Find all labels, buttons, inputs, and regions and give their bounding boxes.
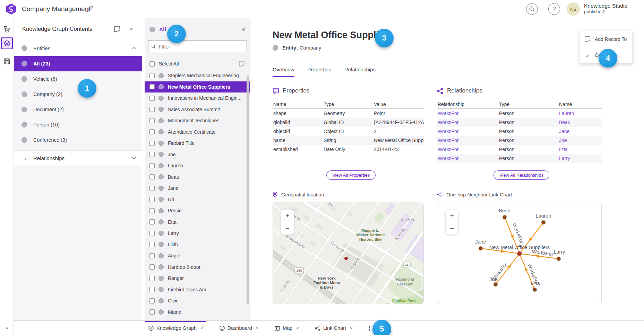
item-checkbox[interactable] <box>149 174 155 179</box>
entity-type-item[interactable]: Person (10) <box>14 117 142 132</box>
record-link[interactable]: Larry <box>558 156 602 161</box>
save-icon[interactable] <box>1 55 13 67</box>
select-all-checkbox[interactable] <box>149 61 155 67</box>
list-item[interactable]: Lilith <box>145 239 250 250</box>
entity-type-item[interactable]: Vehicle (6) <box>14 71 142 87</box>
item-checkbox[interactable] <box>149 309 155 315</box>
item-checkbox[interactable] <box>149 298 155 303</box>
data-model-icon[interactable] <box>1 23 13 35</box>
table-row[interactable]: WorksForPersonLarry <box>437 154 602 163</box>
relationships-group-header[interactable]: → Relationships <box>14 150 142 166</box>
entity-type-item[interactable]: Conference (3) <box>14 132 142 148</box>
record-link[interactable]: WorksFor <box>437 147 498 152</box>
close-tab-icon[interactable]: × <box>296 326 299 331</box>
table-row[interactable]: objectidObject ID2 <box>273 127 424 136</box>
item-checkbox[interactable] <box>149 208 155 213</box>
link-chart-node[interactable] <box>533 288 537 292</box>
edit-title-icon[interactable] <box>85 5 94 13</box>
view-tab-knowledge-graph[interactable]: Knowledge Graph× <box>148 321 203 335</box>
zoom-out-button[interactable]: − <box>281 222 294 235</box>
link-chart-node[interactable] <box>479 246 483 250</box>
item-checkbox[interactable] <box>149 96 155 101</box>
zoom-out-button[interactable]: − <box>446 222 458 235</box>
list-item[interactable]: Firebird Trans Am <box>145 284 250 296</box>
table-row[interactable]: globalidGlobal ID{A228944F-0EF5-412A-... <box>273 118 424 127</box>
list-item[interactable]: Angie <box>145 250 250 262</box>
list-item[interactable]: Jane <box>145 183 250 194</box>
chevron-up-icon[interactable] <box>132 47 136 50</box>
tab-overview[interactable]: Overview <box>273 67 294 77</box>
view-tab-dashboard[interactable]: Dashboard× <box>219 321 259 335</box>
item-checkbox[interactable] <box>149 287 155 292</box>
list-item[interactable]: Beau <box>145 171 250 183</box>
add-record-icon[interactable] <box>112 24 122 34</box>
tab-relationships[interactable]: Relationships <box>344 67 376 77</box>
close-panel-icon[interactable]: × <box>127 24 136 34</box>
list-item[interactable]: Persie <box>145 205 250 217</box>
help-icon[interactable]: ? <box>548 3 560 15</box>
list-item[interactable]: Staplers Mechanical Engineering <box>145 70 250 81</box>
close-tab-icon[interactable]: × <box>256 326 259 331</box>
entity-type-item[interactable]: All (23) <box>14 56 142 71</box>
record-link[interactable]: Joe <box>558 138 602 143</box>
item-checkbox[interactable] <box>149 264 155 270</box>
filter-input[interactable] <box>159 44 244 50</box>
item-checkbox[interactable] <box>149 107 155 112</box>
item-checkbox[interactable] <box>149 197 155 202</box>
layers-icon[interactable] <box>1 37 13 49</box>
collapse-panel-icon[interactable]: « <box>242 26 245 33</box>
list-item[interactable]: New Metal Office Suppliers <box>145 81 250 93</box>
close-tab-icon[interactable]: × <box>350 326 353 331</box>
table-row[interactable]: shapeGeometryPoint <box>273 109 424 118</box>
link-chart-node[interactable] <box>493 282 498 286</box>
record-link[interactable]: WorksFor <box>437 129 498 134</box>
table-row[interactable]: establishedDate Only2014-01-23 <box>273 145 424 154</box>
list-item[interactable]: Uri <box>145 194 250 205</box>
tab-properties[interactable]: Properties <box>308 67 331 77</box>
table-row[interactable]: WorksForPersonJane <box>437 127 602 136</box>
link-chart-node[interactable] <box>557 257 561 261</box>
table-row[interactable]: WorksForPersonLauren <box>437 109 602 118</box>
search-icon[interactable] <box>526 3 538 15</box>
zoom-in-button[interactable]: + <box>446 210 458 222</box>
link-chart-center-node[interactable] <box>517 252 522 256</box>
item-checkbox[interactable] <box>149 219 155 224</box>
close-tab-icon[interactable]: × <box>200 326 203 331</box>
list-item[interactable]: Innovations in Mechanical Engin... <box>145 92 250 104</box>
item-checkbox[interactable] <box>149 163 155 168</box>
item-checkbox[interactable] <box>149 84 155 89</box>
list-item[interactable]: Matrix <box>145 307 250 318</box>
item-checkbox[interactable] <box>149 73 155 78</box>
item-checkbox[interactable] <box>149 276 155 281</box>
entity-type-item[interactable]: Document (2) <box>14 102 142 117</box>
item-checkbox[interactable] <box>149 242 155 247</box>
list-item[interactable]: Managment Techniques <box>145 115 250 126</box>
list-item[interactable]: Firebird Title <box>145 138 250 149</box>
item-checkbox[interactable] <box>149 231 155 236</box>
avatar[interactable]: KS <box>567 2 580 16</box>
record-location-marker[interactable] <box>345 257 348 260</box>
view-all-relationships-button[interactable]: View All Relationships <box>493 170 549 180</box>
table-row[interactable]: WorksForPersonJoe <box>437 136 602 145</box>
link-chart-node[interactable] <box>503 215 507 219</box>
add-record-to-menu-item[interactable]: Add Record To <box>580 31 632 47</box>
list-item[interactable]: Lauren <box>145 160 250 171</box>
link-chart-node[interactable] <box>541 220 546 224</box>
list-item[interactable]: Sales Associate Summit <box>145 104 250 115</box>
table-row[interactable]: nameStringNew Metal Office Suppli... <box>273 136 424 145</box>
user-block[interactable]: Knowledge Studio publisher2 <box>584 3 627 15</box>
record-link[interactable]: WorksFor <box>437 120 498 125</box>
table-row[interactable]: WorksForPersonBeau <box>437 118 602 127</box>
list-item[interactable]: Attendance Certificate <box>145 126 250 138</box>
list-item[interactable]: Larry <box>145 228 250 239</box>
item-checkbox[interactable] <box>149 129 155 134</box>
record-link[interactable]: WorksFor <box>437 138 498 143</box>
item-checkbox[interactable] <box>149 141 155 146</box>
expand-rail-icon[interactable]: » <box>0 324 14 330</box>
item-checkbox[interactable] <box>149 118 155 123</box>
entities-group-header[interactable]: Entities <box>14 40 142 56</box>
list-item[interactable]: Etta <box>145 217 250 228</box>
table-row[interactable]: WorksForPersonEtta <box>437 145 602 154</box>
record-link[interactable]: WorksFor <box>437 111 498 116</box>
view-tab-map[interactable]: Map× <box>274 321 299 335</box>
